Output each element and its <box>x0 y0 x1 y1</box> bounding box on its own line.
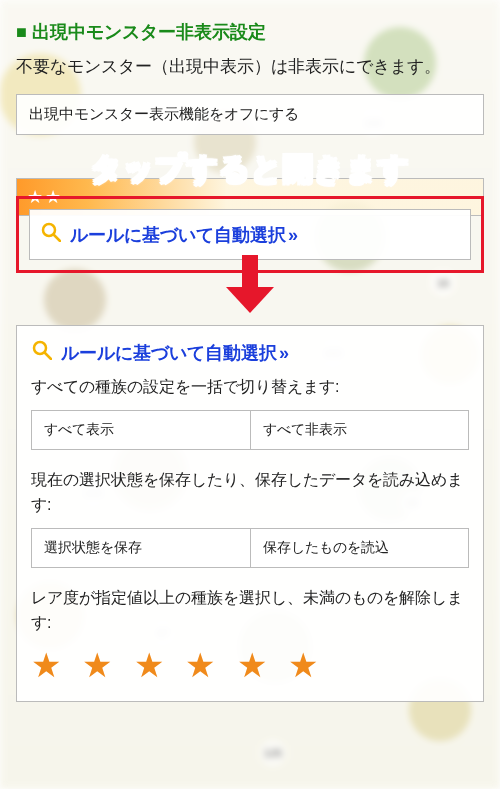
toggle-hide-monsters-button[interactable]: 出現中モンスター表示機能をオフにする <box>16 94 484 135</box>
star-icon[interactable]: ★ <box>237 645 273 685</box>
star-icon[interactable]: ★ <box>31 645 67 685</box>
star-icon[interactable]: ★ <box>185 645 221 685</box>
arrow-down-icon <box>16 277 484 295</box>
chevron-right-icon: » <box>277 343 286 363</box>
rarity-stars[interactable]: ★ ★ ★ ★ ★ ★ <box>31 645 469 685</box>
svg-line-1 <box>54 235 60 241</box>
chevron-right-icon: » <box>286 225 295 245</box>
bulk-buttons: すべて表示 すべて非表示 <box>31 410 469 450</box>
tap-hint-overlay: タップすると開きます <box>16 149 484 190</box>
star-icon[interactable]: ★ <box>134 645 170 685</box>
rule-select-link[interactable]: ルールに基づいて自動選択 » <box>61 341 286 365</box>
search-icon <box>40 222 62 247</box>
rule-select-button[interactable]: ルールに基づいて自動選択 » <box>29 209 471 260</box>
save-state-button[interactable]: 選択状態を保存 <box>32 529 251 567</box>
section-desc: 不要なモンスター（出現中表示）は非表示にできます。 <box>16 54 484 80</box>
save-text: 現在の選択状態を保存したり、保存したデータを読み込めます: <box>31 468 469 518</box>
save-load-buttons: 選択状態を保存 保存したものを読込 <box>31 528 469 568</box>
show-all-button[interactable]: すべて表示 <box>32 411 251 449</box>
toggle-label: 出現中モンスター表示機能をオフにする <box>29 105 299 122</box>
hide-all-button[interactable]: すべて非表示 <box>251 411 469 449</box>
rule-panel: ルールに基づいて自動選択 » すべての種族の設定を一括で切り替えます: すべて表… <box>16 325 484 702</box>
star-icon[interactable]: ★ <box>288 645 324 685</box>
bulk-text: すべての種族の設定を一括で切り替えます: <box>31 375 469 400</box>
load-state-button[interactable]: 保存したものを読込 <box>251 529 469 567</box>
search-icon <box>31 340 53 365</box>
star-icon[interactable]: ★ <box>82 645 118 685</box>
rule-select-link[interactable]: ルールに基づいて自動選択 » <box>70 223 295 247</box>
rarity-text: レア度が指定値以上の種族を選択し、未満のものを解除します: <box>31 586 469 636</box>
section-title: 出現中モンスター非表示設定 <box>16 20 484 44</box>
svg-line-3 <box>45 353 51 359</box>
rule-select-header[interactable]: ルールに基づいて自動選択 » <box>31 340 469 375</box>
